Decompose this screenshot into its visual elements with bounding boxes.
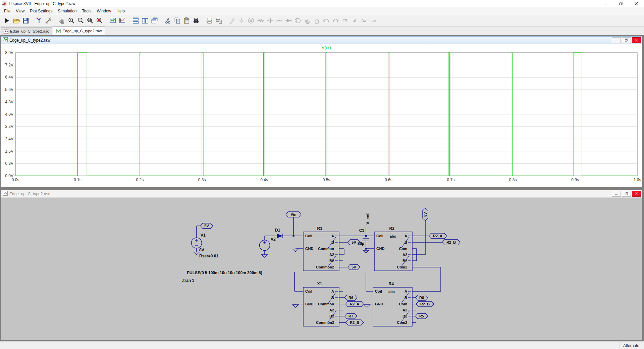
copy-icon[interactable]	[172, 16, 182, 26]
svg-text:R2_B: R2_B	[420, 302, 430, 306]
tab-label: Edge_up_C_type2.raw	[62, 29, 102, 33]
paste-icon[interactable]	[182, 16, 191, 26]
svg-text:2.4V: 2.4V	[5, 137, 13, 141]
svg-text:X1: X1	[317, 282, 322, 286]
sch-minimize-button[interactable]	[612, 191, 621, 197]
svg-text:0.2s: 0.2s	[136, 178, 144, 182]
svg-text:R8: R8	[419, 296, 424, 300]
svg-text:V1: V1	[201, 233, 206, 238]
autorange-icon[interactable]	[108, 16, 117, 26]
zoom-extents-icon[interactable]	[95, 16, 104, 26]
svg-text:R4: R4	[389, 282, 394, 286]
pan-icon[interactable]	[57, 16, 66, 26]
tab-label: Edge_up_C_type2.asc	[10, 29, 49, 33]
svg-text:6.4V: 6.4V	[5, 75, 13, 80]
plot-settings-icon[interactable]	[117, 16, 127, 26]
svg-text:5.6V: 5.6V	[5, 87, 13, 92]
ltspice-main-window: LTspice XVII - Edge_up_C_type2.raw FileV…	[0, 0, 644, 349]
svg-text:B: B	[331, 240, 334, 244]
cascade-icon[interactable]	[150, 16, 159, 26]
svg-text:R5: R5	[419, 314, 424, 318]
mdi-area: Edge_up_C_type2.raw 0.0s0.1s0.2s0.3s0.4s…	[0, 35, 644, 341]
save-icon[interactable]	[21, 16, 30, 26]
toolbar: AE∃EAa.op	[0, 15, 644, 27]
label-icon: A	[246, 16, 256, 26]
svg-text:Com: Com	[399, 302, 408, 306]
tab-edge_up_c_type2.raw[interactable]: Edge_up_C_type2.raw	[53, 27, 105, 35]
schematic-window-titlebar[interactable]: Edge_up_C_type2.asc	[1, 190, 642, 198]
find-icon[interactable]	[191, 16, 201, 26]
svg-text:A2: A2	[329, 308, 334, 312]
restore-button[interactable]	[613, 0, 629, 7]
svg-text:3.2V: 3.2V	[5, 124, 13, 129]
wave-minimize-button[interactable]	[612, 37, 621, 43]
svg-text:R2_B: R2_B	[446, 240, 456, 244]
control-panel-icon[interactable]	[44, 16, 53, 26]
print-icon[interactable]	[205, 16, 214, 26]
statusbar: Alternate	[0, 341, 644, 349]
svg-text:5V: 5V	[204, 224, 209, 228]
undo-icon	[321, 16, 331, 26]
svg-text:Common: Common	[318, 247, 334, 251]
open-icon[interactable]	[11, 16, 21, 26]
svg-text:0.5s: 0.5s	[323, 178, 330, 182]
svg-text:R7: R7	[348, 314, 353, 318]
waveform-window-title: Edge_up_C_type2.raw	[9, 38, 50, 43]
svg-text:8V: 8V	[199, 248, 204, 252]
svg-text:8.0V: 8.0V	[5, 50, 13, 55]
menu-tools[interactable]: Tools	[79, 8, 94, 14]
svg-text:abs: abs	[390, 234, 396, 238]
minimize-button[interactable]	[598, 0, 613, 7]
wave-close-button[interactable]	[632, 37, 641, 43]
drag-icon	[312, 16, 321, 26]
menu-view[interactable]: View	[13, 8, 27, 14]
schematic-canvas[interactable]: R1CoilGNDABCommonA2B2Common2R2absCoilGND…	[1, 198, 642, 340]
titlebar: LTspice XVII - Edge_up_C_type2.raw	[0, 0, 644, 7]
svg-text:B: B	[405, 296, 407, 300]
redo-icon	[331, 16, 340, 26]
waveform-window-titlebar[interactable]: Edge_up_C_type2.raw	[1, 37, 642, 44]
svg-text:A2: A2	[329, 253, 334, 257]
svg-text:A2: A2	[402, 253, 407, 257]
sch-close-button[interactable]	[632, 191, 641, 197]
menu-file[interactable]: File	[1, 8, 13, 14]
schematic-window: Edge_up_C_type2.asc R1CoilGNDABCommonA2B…	[1, 190, 642, 340]
wave-restore-button[interactable]	[622, 37, 631, 43]
run-icon[interactable]	[2, 16, 11, 26]
tile-vertical-icon[interactable]	[131, 16, 140, 26]
capacitor-icon	[265, 16, 274, 26]
menu-help[interactable]: Help	[114, 8, 127, 14]
zoom-out-icon[interactable]	[76, 16, 85, 26]
print-preview-icon[interactable]	[214, 16, 223, 26]
menu-window[interactable]: Window	[94, 8, 114, 14]
svg-text:Com: Com	[399, 247, 408, 251]
svg-text:Coil: Coil	[305, 289, 312, 293]
inductor-icon	[274, 16, 284, 26]
svg-text:4.0V: 4.0V	[5, 112, 13, 117]
svg-text:D1: D1	[275, 228, 280, 233]
cut-icon[interactable]	[163, 16, 172, 26]
svg-text:C1: C1	[359, 228, 365, 233]
halt-icon[interactable]	[34, 16, 44, 26]
window-title: LTspice XVII - Edge_up_C_type2.raw	[9, 1, 75, 6]
svg-text:A: A	[331, 289, 334, 293]
svg-text:A: A	[250, 19, 252, 23]
zoom-fit-icon[interactable]	[85, 16, 95, 26]
svg-text:GND: GND	[305, 302, 314, 306]
schematic-window-title: Edge_up_C_type2.asc	[9, 192, 50, 196]
svg-text:A2: A2	[402, 308, 407, 312]
sch-restore-button[interactable]	[622, 191, 631, 197]
menu-simulation[interactable]: Simulation	[55, 8, 79, 14]
svg-text:GND: GND	[376, 247, 385, 251]
waveform-plot-area[interactable]: 0.0s0.1s0.2s0.3s0.4s0.5s0.6s0.7s0.8s0.9s…	[1, 44, 642, 187]
svg-text:80µ: 80µ	[358, 241, 364, 246]
svg-text:Coil: Coil	[305, 234, 312, 238]
zoom-in-icon[interactable]	[66, 16, 76, 26]
svg-text:Common2: Common2	[316, 265, 334, 269]
tile-horizontal-icon[interactable]	[140, 16, 150, 26]
menu-plot-settings[interactable]: Plot Settings	[27, 8, 55, 14]
waveform-doc-icon	[3, 37, 8, 43]
close-button[interactable]	[629, 0, 644, 7]
svg-text:5V: 5V	[423, 212, 427, 217]
tab-edge_up_c_type2.asc[interactable]: Edge_up_C_type2.asc	[1, 27, 52, 35]
